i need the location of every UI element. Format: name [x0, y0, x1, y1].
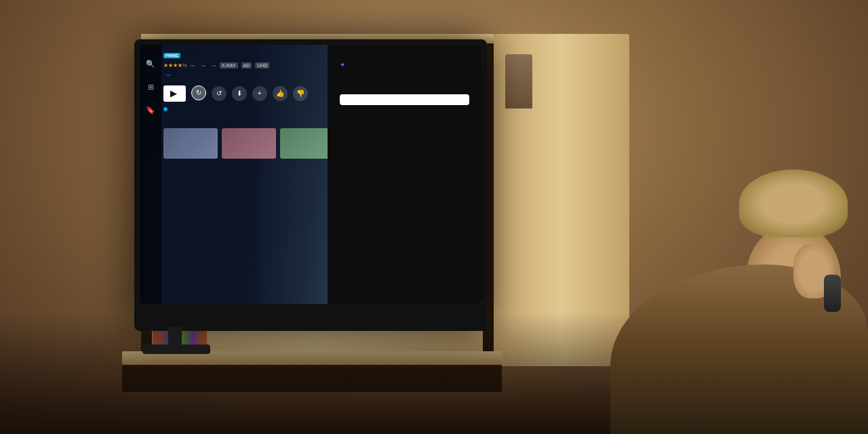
- recap-option-episode[interactable]: [340, 79, 469, 90]
- add-button[interactable]: +: [252, 86, 267, 101]
- age-rating: [212, 65, 216, 66]
- search-icon[interactable]: 🔍: [145, 58, 156, 69]
- shelf-right-item: [505, 54, 532, 108]
- ai-badge: ✦: [340, 61, 469, 68]
- episode-thumb-3[interactable]: [280, 128, 334, 159]
- bookmark-icon[interactable]: 🔖: [145, 104, 156, 115]
- ad-badge: AD: [241, 62, 252, 68]
- rewind-button[interactable]: ↺: [212, 86, 226, 101]
- prime-logo-box: prime: [163, 53, 180, 58]
- episode-description: [163, 71, 340, 79]
- xray-badge: X-RAY: [220, 62, 238, 68]
- grid-icon[interactable]: ⊞: [145, 81, 156, 92]
- prime-video-ui: 🔍 ⊞ 🔖 prime ★★★★½: [140, 45, 481, 304]
- recap-button[interactable]: ↻: [191, 85, 206, 100]
- person-foreground: [610, 149, 868, 434]
- thumbs-up-button[interactable]: 👍: [273, 86, 288, 101]
- episode-thumb-1[interactable]: [163, 128, 218, 159]
- tv-stand-neck: [168, 327, 182, 346]
- tv-screen: 🔍 ⊞ 🔖 prime ★★★★½: [140, 45, 481, 304]
- ai-spark-icon: ✦: [340, 61, 345, 68]
- recap-panel: ✦: [328, 45, 481, 304]
- download-button[interactable]: ⬇: [232, 86, 247, 101]
- included-dot: [163, 107, 167, 111]
- tv-frame: 🔍 ⊞ 🔖 prime ★★★★½: [134, 39, 487, 331]
- recap-option-season2[interactable]: [340, 94, 469, 105]
- remote-control: [824, 275, 841, 312]
- recap-option-prev-season[interactable]: [340, 109, 469, 120]
- tv-stand-base: [142, 344, 210, 354]
- thumbs-down-button[interactable]: 👎: [293, 86, 308, 101]
- year: [201, 65, 205, 66]
- person-hair: [739, 170, 848, 237]
- sidebar: 🔍 ⊞ 🔖: [140, 45, 161, 304]
- furniture-dark-base: [122, 365, 502, 392]
- more-button[interactable]: [165, 75, 171, 76]
- resume-button[interactable]: ▶: [163, 85, 186, 102]
- episode-thumb-2[interactable]: [222, 128, 276, 159]
- uhd-badge: UHD: [255, 62, 269, 68]
- rating-count: [191, 65, 195, 66]
- rating-stars: ★★★★½: [163, 62, 187, 68]
